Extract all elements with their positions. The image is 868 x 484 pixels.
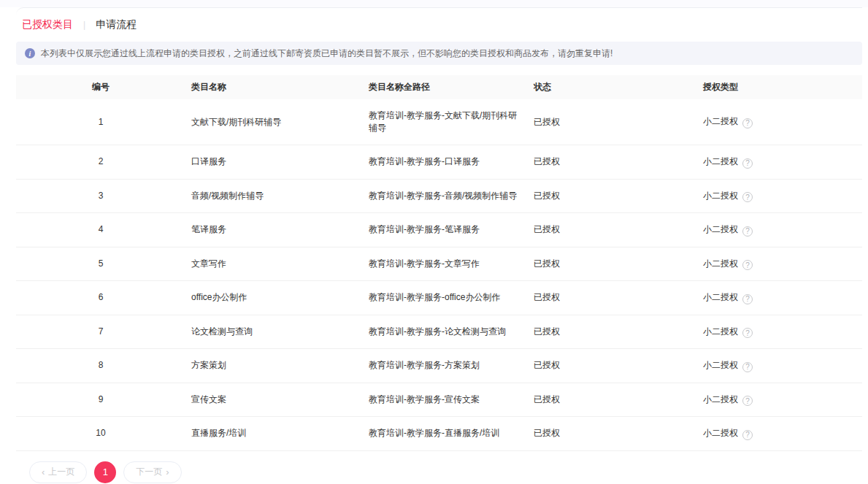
cell-status: 已授权 [528, 315, 697, 349]
cell-name: 音频/视频制作辅导 [185, 179, 363, 213]
cell-num: 1 [16, 99, 185, 145]
help-icon[interactable]: ? [742, 396, 753, 406]
cell-auth: 小二授权? [697, 99, 862, 145]
current-page-indicator[interactable]: 1 [94, 461, 116, 483]
column-header-auth: 授权类型 [697, 75, 862, 99]
cell-name: 口译服务 [185, 145, 363, 180]
help-icon[interactable]: ? [742, 362, 753, 372]
table-row: 7论文检测与查询教育培训-教学服务-论文检测与查询已授权小二授权? [16, 315, 862, 349]
auth-type-label: 小二授权 [703, 116, 738, 126]
auth-type-label: 小二授权 [703, 428, 738, 438]
cell-status: 已授权 [528, 247, 697, 281]
cell-status: 已授权 [528, 213, 697, 247]
cell-status: 已授权 [528, 281, 697, 315]
cell-num: 2 [16, 145, 185, 180]
cell-path: 教育培训-教学服务-论文检测与查询 [363, 315, 528, 349]
auth-type-label: 小二授权 [703, 394, 738, 404]
help-icon[interactable]: ? [742, 430, 753, 440]
help-icon[interactable]: ? [742, 294, 753, 304]
cell-num: 7 [16, 315, 185, 349]
cell-auth: 小二授权? [697, 349, 862, 383]
tab-application-process[interactable]: 申请流程 [96, 18, 137, 31]
authorized-categories-table: 编号类目名称类目名称全路径状态授权类型 1文献下载/期刊科研辅导教育培训-教学服… [16, 75, 862, 451]
table-row: 1文献下载/期刊科研辅导教育培训-教学服务-文献下载/期刊科研辅导已授权小二授权… [16, 99, 862, 145]
cell-status: 已授权 [528, 99, 697, 145]
table-row: 10直播服务/培训教育培训-教学服务-直播服务/培训已授权小二授权? [16, 417, 862, 451]
auth-type-label: 小二授权 [703, 258, 738, 269]
cell-path: 教育培训-教学服务-音频/视频制作辅导 [363, 179, 528, 213]
info-banner-text: 本列表中仅展示您通过线上流程申请的类目授权，之前通过线下邮寄资质已申请的类目暂不… [41, 47, 612, 59]
pagination: ‹ 上一页 1 下一页 › [29, 461, 862, 483]
table-row: 4笔译服务教育培训-教学服务-笔译服务已授权小二授权? [16, 213, 862, 247]
cell-auth: 小二授权? [697, 247, 862, 281]
cell-auth: 小二授权? [697, 145, 862, 180]
cell-auth: 小二授权? [697, 213, 862, 247]
cell-path: 教育培训-教学服务-方案策划 [363, 349, 528, 383]
cell-path: 教育培训-教学服务-直播服务/培训 [363, 417, 528, 451]
cell-auth: 小二授权? [697, 179, 862, 213]
cell-path: 教育培训-教学服务-宣传文案 [363, 383, 528, 417]
cell-status: 已授权 [528, 179, 697, 213]
info-icon: i [25, 48, 35, 58]
cell-name: 文献下载/期刊科研辅导 [185, 99, 363, 145]
cell-name: office办公制作 [185, 281, 363, 315]
cell-status: 已授权 [528, 349, 697, 383]
help-icon[interactable]: ? [742, 118, 753, 128]
table-header-row: 编号类目名称类目名称全路径状态授权类型 [16, 75, 862, 99]
top-strip [0, 0, 868, 7]
cell-path: 教育培训-教学服务-文献下载/期刊科研辅导 [363, 99, 528, 145]
auth-type-label: 小二授权 [703, 292, 738, 302]
column-header-num: 编号 [16, 75, 185, 99]
help-icon[interactable]: ? [742, 328, 753, 338]
cell-path: 教育培训-教学服务-口译服务 [363, 145, 528, 180]
auth-type-label: 小二授权 [703, 156, 738, 166]
cell-auth: 小二授权? [697, 383, 862, 417]
cell-auth: 小二授权? [697, 281, 862, 315]
auth-type-label: 小二授权 [703, 191, 738, 201]
cell-path: 教育培训-教学服务-文章写作 [363, 247, 528, 281]
column-header-status: 状态 [528, 75, 697, 99]
cell-status: 已授权 [528, 417, 697, 451]
auth-type-label: 小二授权 [703, 360, 738, 370]
table-row: 3音频/视频制作辅导教育培训-教学服务-音频/视频制作辅导已授权小二授权? [16, 179, 862, 213]
next-page-label: 下一页 [136, 466, 162, 478]
table-row: 9宣传文案教育培训-教学服务-宣传文案已授权小二授权? [16, 383, 862, 417]
auth-type-label: 小二授权 [703, 326, 738, 337]
tab-authorized-categories[interactable]: 已授权类目 [22, 18, 73, 31]
cell-auth: 小二授权? [697, 417, 862, 451]
cell-path: 教育培训-教学服务-office办公制作 [363, 281, 528, 315]
help-icon[interactable]: ? [742, 192, 753, 202]
cell-auth: 小二授权? [697, 315, 862, 349]
cell-num: 10 [16, 417, 185, 451]
help-icon[interactable]: ? [742, 158, 753, 169]
cell-name: 笔译服务 [185, 213, 363, 247]
table-body: 1文献下载/期刊科研辅导教育培训-教学服务-文献下载/期刊科研辅导已授权小二授权… [16, 99, 862, 450]
chevron-right-icon: › [166, 467, 169, 477]
cell-num: 4 [16, 213, 185, 247]
tabs: 已授权类目 | 申请流程 [16, 18, 862, 31]
table-row: 2口译服务教育培训-教学服务-口译服务已授权小二授权? [16, 145, 862, 180]
help-icon[interactable]: ? [742, 260, 753, 270]
cell-name: 方案策划 [185, 349, 363, 383]
cell-status: 已授权 [528, 383, 697, 417]
table-row: 5文章写作教育培训-教学服务-文章写作已授权小二授权? [16, 247, 862, 281]
cell-num: 8 [16, 349, 185, 383]
cell-name: 宣传文案 [185, 383, 363, 417]
cell-num: 6 [16, 281, 185, 315]
prev-page-button[interactable]: ‹ 上一页 [29, 461, 87, 483]
cell-status: 已授权 [528, 145, 697, 180]
cell-name: 论文检测与查询 [185, 315, 363, 349]
cell-name: 文章写作 [185, 247, 363, 281]
help-icon[interactable]: ? [742, 226, 753, 237]
next-page-button[interactable]: 下一页 › [123, 461, 181, 483]
prev-page-label: 上一页 [48, 466, 74, 478]
authorized-categories-panel: 已授权类目 | 申请流程 i 本列表中仅展示您通过线上流程申请的类目授权，之前通… [16, 7, 862, 483]
info-banner: i 本列表中仅展示您通过线上流程申请的类目授权，之前通过线下邮寄资质已申请的类目… [16, 42, 862, 65]
column-header-path: 类目名称全路径 [363, 75, 528, 99]
cell-name: 直播服务/培训 [185, 417, 363, 451]
column-header-name: 类目名称 [185, 75, 363, 99]
cell-num: 3 [16, 179, 185, 213]
chevron-left-icon: ‹ [42, 467, 45, 477]
cell-num: 5 [16, 247, 185, 281]
cell-num: 9 [16, 383, 185, 417]
